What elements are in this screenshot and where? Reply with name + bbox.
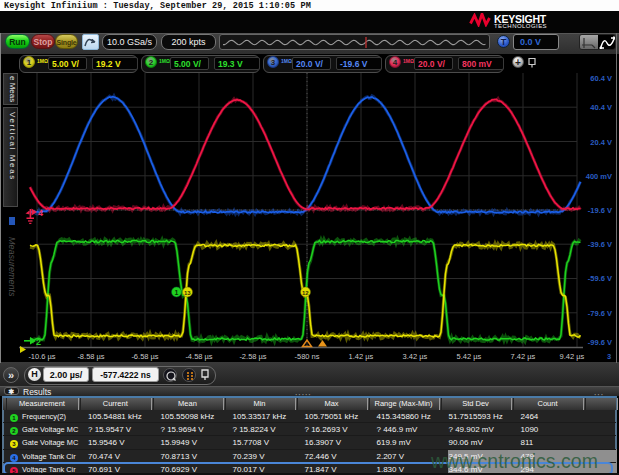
svg-text:12: 12 — [302, 290, 309, 296]
svg-text:2: 2 — [36, 337, 41, 347]
svg-text:1: 1 — [175, 289, 179, 296]
svg-text:4: 4 — [38, 208, 43, 218]
svg-text:13: 13 — [184, 290, 191, 296]
